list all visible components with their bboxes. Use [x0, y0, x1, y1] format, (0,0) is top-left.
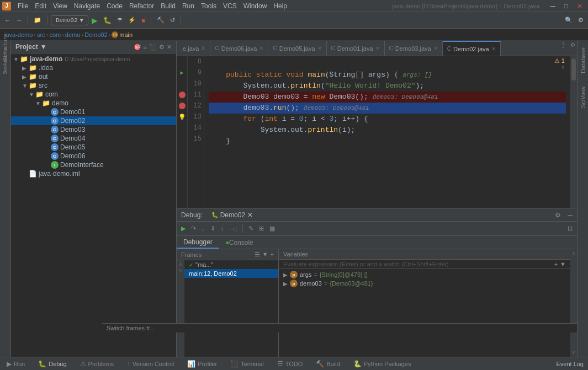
- frames-button[interactable]: ⊞: [257, 224, 266, 233]
- minimize-button[interactable]: ─: [547, 2, 559, 10]
- menu-run[interactable]: Run: [179, 2, 198, 10]
- menu-build[interactable]: Build: [157, 2, 179, 10]
- var-item-args[interactable]: ▶ p args = {String[0]@479} []: [279, 270, 570, 279]
- tree-item-idea[interactable]: ▶ 📁 .idea: [11, 63, 176, 72]
- maximize-button[interactable]: □: [561, 2, 571, 10]
- reload-button[interactable]: ↺: [168, 15, 177, 25]
- breadcrumb-file[interactable]: Demo02: [84, 31, 108, 38]
- frames-scroll-down[interactable]: ∨: [179, 267, 182, 274]
- console-tab[interactable]: ● Console: [219, 236, 260, 249]
- step-into-button[interactable]: ↓: [199, 224, 207, 233]
- breakpoint-11[interactable]: [179, 92, 186, 98]
- breakpoint-12[interactable]: [179, 103, 186, 109]
- code-editor[interactable]: ⚠ 1 ∧ ▶: [177, 56, 577, 208]
- debug-minimize-button[interactable]: ─: [568, 211, 573, 219]
- frames-scroll-up[interactable]: ∧: [179, 261, 182, 267]
- frame-item-main-thread[interactable]: ✓ "ma...": [184, 260, 278, 269]
- tab-close-Demo05[interactable]: ✕: [317, 45, 322, 51]
- tab-Demo06[interactable]: C Demo06.java ✕: [210, 41, 268, 56]
- var-item-demo03[interactable]: ▶ p demo03 = {Demo03@481}: [279, 279, 570, 288]
- project-dropdown-icon[interactable]: ▼: [40, 43, 47, 51]
- menu-file[interactable]: File: [14, 2, 31, 10]
- evaluate-expression-bar[interactable]: Evaluate expression (Enter) or add a wat…: [279, 260, 570, 269]
- tree-item-java-demo[interactable]: ▼ 📁 java-demo D:\IdeaProjects\java-demo: [11, 55, 176, 63]
- eval-expand-button[interactable]: ▼: [560, 261, 566, 267]
- tab-e-java[interactable]: .e.java ✕: [177, 41, 210, 56]
- variables-scroll-down[interactable]: ∨: [572, 350, 575, 356]
- bottom-tab-version-control[interactable]: ↑ Version Control: [125, 360, 176, 368]
- project-settings-button[interactable]: ⚙: [159, 44, 165, 51]
- bottom-tab-todo[interactable]: ☰ TODO: [275, 360, 305, 368]
- tab-close-Demo06[interactable]: ✕: [259, 45, 263, 51]
- tree-item-Demo06[interactable]: ▶ C Demo06: [11, 152, 176, 160]
- tab-close-Demo03[interactable]: ✕: [433, 45, 438, 51]
- tree-item-demo[interactable]: ▼ 📁 demo: [11, 99, 176, 108]
- bottom-tab-build[interactable]: 🔨 Build: [314, 360, 342, 368]
- threads-button[interactable]: ▦: [267, 224, 277, 233]
- menu-vcs[interactable]: VCS: [220, 2, 240, 10]
- search-everywhere-button[interactable]: 🔍: [563, 15, 575, 25]
- tree-item-Demo01[interactable]: ▶ C Demo01: [11, 108, 176, 116]
- project-locate-button[interactable]: 🎯: [134, 44, 141, 51]
- frames-filter-button[interactable]: ☰: [255, 251, 260, 258]
- stop-button[interactable]: ■: [139, 16, 147, 25]
- project-button[interactable]: 📁: [31, 15, 44, 25]
- breadcrumb-method[interactable]: main: [119, 31, 133, 38]
- gutter-13-bulb[interactable]: 💡: [177, 111, 187, 122]
- settings-button[interactable]: ⚙: [576, 15, 586, 25]
- tab-close-Demo02[interactable]: ✕: [491, 46, 496, 52]
- bottom-tab-profiler[interactable]: 📊 Profiler: [185, 360, 219, 368]
- menu-navigate[interactable]: Navigate: [71, 2, 103, 10]
- tree-arrow-src[interactable]: ▼: [22, 83, 29, 89]
- database-panel-toggle[interactable]: Database: [579, 43, 587, 78]
- tree-arrow-idea[interactable]: ▶: [22, 65, 29, 71]
- menu-tools[interactable]: Tools: [198, 2, 220, 10]
- tab-close-e-java[interactable]: ✕: [201, 45, 205, 51]
- project-close-button[interactable]: ✕: [167, 44, 172, 51]
- forward-button[interactable]: →: [14, 16, 24, 25]
- bottom-tab-run[interactable]: ▶ Run: [4, 360, 27, 368]
- scrollbar-thumb[interactable]: [571, 58, 576, 81]
- debug-tab[interactable]: 🐛 Demo02 ✕: [207, 211, 257, 219]
- breadcrumb-project[interactable]: java-demo: [4, 31, 33, 38]
- debugger-tab[interactable]: Debugger: [177, 236, 219, 249]
- menu-help[interactable]: Help: [270, 2, 290, 10]
- tree-item-src[interactable]: ▼ 📁 src: [11, 81, 176, 90]
- breadcrumb-com[interactable]: com: [49, 31, 61, 38]
- editor-scrollbar[interactable]: [570, 56, 577, 208]
- menu-view[interactable]: View: [50, 2, 71, 10]
- run-button[interactable]: ▶: [89, 15, 100, 26]
- left-icon-bookmarks[interactable]: Bookmarks: [1, 56, 10, 65]
- tab-close-Demo01[interactable]: ✕: [375, 45, 380, 51]
- tree-item-out[interactable]: ▶ 📁 out: [11, 72, 176, 81]
- breadcrumb-demo[interactable]: demo: [65, 31, 81, 38]
- menu-refactor[interactable]: Refactor: [126, 2, 157, 10]
- tab-Demo01[interactable]: C Demo01.java ✕: [327, 41, 385, 56]
- var-expand-demo03[interactable]: ▶: [283, 281, 288, 287]
- tree-arrow-out[interactable]: ▶: [22, 74, 29, 80]
- force-step-into-button[interactable]: ⇓: [208, 224, 218, 233]
- tree-arrow-demo[interactable]: ▼: [35, 100, 42, 106]
- tab-Demo02[interactable]: C Demo02.java ✕: [443, 41, 501, 56]
- step-over-button[interactable]: ↷: [189, 224, 198, 233]
- tree-arrow-com[interactable]: ▼: [29, 92, 35, 98]
- scroll-up-indicator[interactable]: ∧: [561, 64, 565, 71]
- bottom-tab-terminal[interactable]: ⬛ Terminal: [228, 360, 266, 368]
- layout-button[interactable]: ⊡: [565, 224, 575, 233]
- run-to-cursor-button[interactable]: →|: [227, 224, 239, 233]
- build-button[interactable]: 🔨: [155, 15, 167, 25]
- tree-item-com[interactable]: ▼ 📁 com: [11, 90, 176, 99]
- frames-settings-button[interactable]: ▼: [262, 251, 268, 258]
- bottom-tab-problems[interactable]: ⚠ Problems: [78, 360, 116, 368]
- sciview-panel-toggle[interactable]: SciView: [579, 82, 587, 112]
- tree-item-DemoInterface[interactable]: ▶ I DemoInterface: [11, 160, 176, 169]
- tab-overflow-button[interactable]: ⋮: [558, 41, 569, 56]
- evaluate-button[interactable]: ✎: [246, 224, 256, 233]
- menu-edit[interactable]: Edit: [31, 2, 50, 10]
- tab-Demo05[interactable]: C Demo05.java ✕: [268, 41, 326, 56]
- event-log-button[interactable]: Event Log: [556, 361, 584, 367]
- tree-item-Demo02[interactable]: ▶ C Demo02: [11, 116, 176, 125]
- var-expand-args[interactable]: ▶: [283, 272, 288, 278]
- variables-scroll-up[interactable]: ∧: [572, 250, 575, 256]
- menu-code[interactable]: Code: [103, 2, 126, 10]
